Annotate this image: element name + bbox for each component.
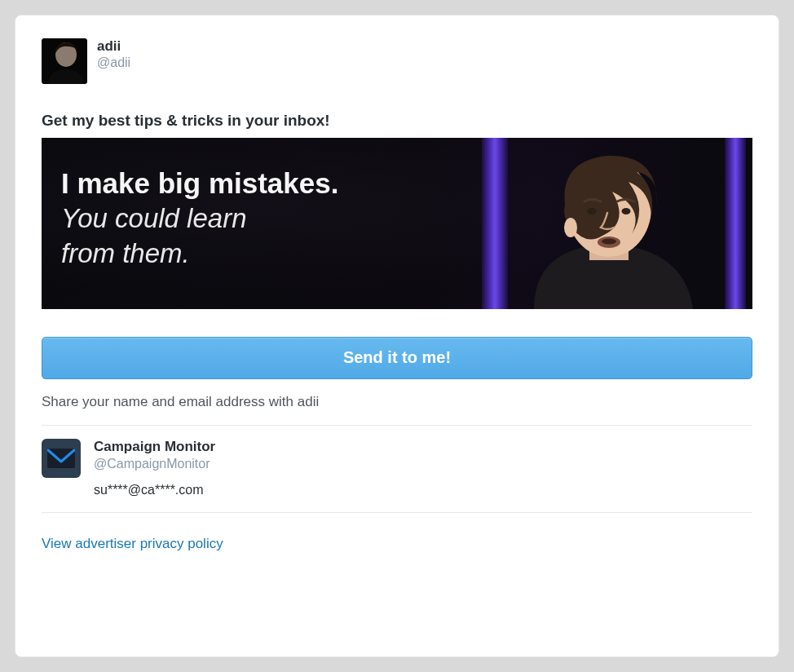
divider (42, 425, 752, 426)
person-photo-icon (485, 138, 730, 309)
privacy-policy-link[interactable]: View advertiser privacy policy (42, 536, 223, 552)
svg-rect-2 (42, 38, 87, 84)
svg-point-5 (588, 208, 597, 214)
svg-point-8 (602, 239, 616, 245)
advertiser-text: Campaign Monitor @CampaignMonitor su****… (94, 439, 215, 497)
svg-point-6 (622, 208, 631, 214)
avatar-image-icon (42, 38, 87, 84)
profile-handle[interactable]: @adii (97, 55, 130, 72)
send-it-to-me-button[interactable]: Send it to me! (42, 337, 752, 379)
advertiser-row: Campaign Monitor @CampaignMonitor su****… (42, 439, 752, 497)
svg-point-9 (564, 218, 577, 237)
hero-line-1: I make big mistakes. (61, 167, 459, 200)
divider (42, 512, 752, 513)
hero-line-2a: You could learn (61, 203, 459, 235)
advertiser-handle[interactable]: @CampaignMonitor (94, 457, 215, 471)
advertiser-email-masked: su****@ca****.com (94, 483, 215, 497)
hero-person (485, 138, 730, 309)
avatar[interactable] (42, 38, 87, 84)
card-heading: Get my best tips & tricks in your inbox! (42, 112, 752, 130)
profile-display-name[interactable]: adii (97, 38, 130, 55)
hero-text: I make big mistakes. You could learn fro… (61, 167, 459, 270)
lead-gen-card: adii @adii Get my best tips & tricks in … (15, 15, 779, 657)
hero-banner: I make big mistakes. You could learn fro… (42, 138, 752, 309)
profile-header: adii @adii (42, 38, 752, 84)
share-disclosure: Share your name and email address with a… (42, 394, 752, 410)
envelope-icon (47, 449, 75, 468)
advertiser-logo[interactable] (42, 439, 81, 478)
hero-line-2b: from them. (61, 238, 459, 270)
profile-text: adii @adii (97, 38, 130, 72)
advertiser-name[interactable]: Campaign Monitor (94, 439, 215, 455)
cta-wrap: Send it to me! (42, 337, 752, 379)
